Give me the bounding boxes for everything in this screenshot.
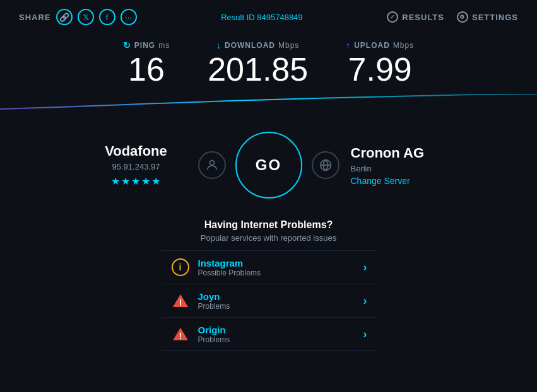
- download-label: ↓ DOWNLOAD Mbps: [208, 40, 308, 50]
- info-circle-icon: i: [172, 258, 189, 276]
- chevron-right-icon: ›: [363, 261, 367, 274]
- server-city: Berlin: [351, 164, 372, 173]
- list-item[interactable]: ! Origin Problems ›: [162, 318, 376, 351]
- ping-value: 16: [123, 53, 170, 86]
- header: SHARE 🔗 𝕏 f ··· Result ID 8495748849 ✓ R…: [0, 0, 537, 34]
- main-content: Vodafone 95.91.243.97 ★★★★★ GO: [0, 116, 537, 209]
- result-id-value: 8495748849: [257, 13, 302, 22]
- upload-value: 7.99: [346, 53, 414, 86]
- results-icon: ✓: [387, 11, 398, 23]
- stats-section: ↻ PING ms 16 ↓ DOWNLOAD Mbps 201.85 ↑ UP…: [0, 34, 537, 89]
- list-item[interactable]: i Instagram Possible Problems ›: [162, 250, 376, 284]
- ping-label: ↻ PING ms: [123, 40, 170, 50]
- origin-text: Origin Problems: [198, 325, 356, 344]
- instagram-text: Instagram Possible Problems: [198, 258, 356, 277]
- server-name: Cronon AG: [351, 145, 425, 161]
- joyn-status: Problems: [198, 302, 356, 311]
- warning-icon-wrap-2: !: [170, 324, 191, 344]
- ping-icon: ↻: [123, 40, 131, 50]
- svg-text:!: !: [179, 331, 182, 341]
- problems-title: Having Internet Problems?: [0, 219, 537, 231]
- problems-section: Having Internet Problems? Popular servic…: [0, 219, 537, 351]
- header-right: ✓ RESULTS ⚙ SETTINGS: [387, 11, 518, 23]
- settings-icon: ⚙: [457, 11, 468, 23]
- go-text: GO: [256, 156, 281, 174]
- triangle-warning-icon: !: [172, 292, 189, 309]
- share-facebook-icon[interactable]: f: [99, 9, 115, 25]
- svg-point-0: [209, 161, 214, 165]
- settings-button[interactable]: ⚙ SETTINGS: [457, 11, 518, 23]
- upload-stat: ↑ UPLOAD Mbps 7.99: [346, 40, 414, 86]
- upload-label: ↑ UPLOAD Mbps: [346, 40, 414, 50]
- svg-text:!: !: [179, 297, 182, 308]
- go-button-inner: GO: [242, 138, 296, 192]
- isp-stars: ★★★★★: [111, 175, 162, 187]
- origin-status: Problems: [198, 335, 356, 344]
- speed-line: [0, 93, 537, 112]
- share-section: SHARE 🔗 𝕏 f ···: [19, 9, 137, 25]
- chevron-right-icon: ›: [363, 328, 367, 341]
- isp-section: Vodafone 95.91.243.97 ★★★★★: [80, 143, 193, 187]
- problem-list: i Instagram Possible Problems › ! Joyn P…: [162, 250, 376, 351]
- joyn-name: Joyn: [198, 291, 356, 302]
- download-value: 201.85: [208, 53, 308, 86]
- share-twitter-icon[interactable]: 𝕏: [78, 9, 94, 25]
- go-button[interactable]: GO: [235, 132, 302, 199]
- globe-icon: [312, 151, 339, 179]
- results-button[interactable]: ✓ RESULTS: [387, 11, 444, 23]
- isp-ip: 95.91.243.97: [112, 162, 160, 171]
- user-icon-section: [193, 151, 231, 179]
- share-link-icon[interactable]: 🔗: [56, 9, 73, 25]
- chevron-right-icon: ›: [363, 294, 367, 308]
- result-id: Result ID 8495748849: [221, 13, 302, 22]
- share-label: SHARE: [19, 13, 51, 22]
- origin-name: Origin: [198, 325, 356, 335]
- triangle-warning-icon-2: !: [172, 325, 189, 343]
- isp-name: Vodafone: [105, 143, 167, 159]
- instagram-name: Instagram: [198, 258, 356, 268]
- info-icon-wrap: i: [170, 257, 191, 277]
- go-button-wrapper: GO: [231, 127, 307, 203]
- joyn-text: Joyn Problems: [198, 291, 356, 311]
- change-server-link[interactable]: Change Server: [351, 176, 410, 186]
- list-item[interactable]: ! Joyn Problems ›: [162, 284, 376, 318]
- share-more-icon[interactable]: ···: [121, 9, 137, 25]
- warning-icon-wrap: !: [170, 291, 191, 311]
- problems-subtitle: Popular services with reported issues: [0, 233, 537, 243]
- download-icon: ↓: [216, 40, 221, 50]
- ping-stat: ↻ PING ms 16: [123, 40, 170, 86]
- download-stat: ↓ DOWNLOAD Mbps 201.85: [208, 40, 308, 86]
- user-icon: [198, 151, 226, 179]
- server-section: Cronon AG Berlin Change Server: [345, 145, 458, 186]
- upload-icon: ↑: [346, 40, 351, 50]
- instagram-status: Possible Problems: [198, 268, 356, 277]
- server-icon-section: [307, 151, 345, 179]
